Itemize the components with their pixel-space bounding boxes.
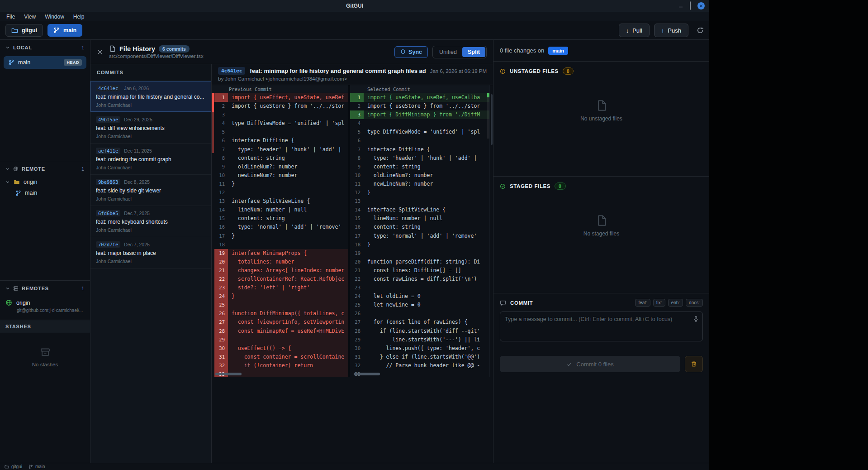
chevron-down-icon bbox=[5, 286, 10, 291]
scrollbar-thumb[interactable] bbox=[491, 94, 493, 145]
commit-message: feat: major basic in place bbox=[96, 250, 206, 256]
line-number: 3 bbox=[214, 110, 228, 119]
commit-author: John Carmichael bbox=[96, 227, 206, 233]
diff-line: 4 bbox=[350, 119, 489, 128]
diff-line: 24 let oldLine = 0 bbox=[350, 292, 489, 301]
line-code bbox=[228, 370, 348, 377]
diff-line: 16 content: string bbox=[350, 223, 489, 231]
split-diff-view: Previous Commit 1import { useEffect, use… bbox=[212, 85, 493, 377]
line-code: const container = scrollContaine bbox=[228, 353, 348, 361]
line-number: 28 bbox=[214, 327, 228, 336]
check-icon bbox=[566, 361, 572, 367]
head-badge: HEAD bbox=[64, 59, 82, 66]
maximize-button[interactable] bbox=[690, 2, 691, 10]
line-code: line.startsWith('---') || li bbox=[364, 336, 489, 344]
push-button[interactable]: ↑ Push bbox=[654, 24, 688, 37]
pull-button[interactable]: ↓ Pull bbox=[619, 24, 650, 37]
line-number: 15 bbox=[350, 214, 364, 223]
commit-tag[interactable]: feat: bbox=[635, 299, 650, 307]
repo-button[interactable]: gitgui bbox=[5, 24, 43, 37]
line-code: interface SplitViewLine { bbox=[364, 206, 489, 214]
stashes-section-header[interactable]: STASHES bbox=[0, 320, 90, 333]
remote-folder-name: origin bbox=[24, 179, 38, 185]
line-code bbox=[364, 370, 489, 377]
local-count: 1 bbox=[81, 45, 85, 50]
close-icon bbox=[97, 49, 103, 55]
commit-list-item[interactable]: aef411eDec 11, 2025feat: ordering the co… bbox=[90, 144, 211, 175]
refresh-button[interactable] bbox=[697, 27, 704, 34]
status-bar: gitgui main bbox=[0, 463, 709, 470]
commit-tag[interactable]: fix: bbox=[653, 299, 665, 307]
commit-list-item[interactable]: 49bf5aeDec 29, 2025feat: diff view enhan… bbox=[90, 112, 211, 144]
line-number: 29 bbox=[214, 336, 228, 344]
sidebar-branch-main[interactable]: main HEAD bbox=[4, 56, 86, 69]
line-number: 13 bbox=[214, 197, 228, 206]
line-code: side?: 'left' | 'right' bbox=[228, 283, 348, 292]
diff-line: 8 content: string bbox=[214, 154, 348, 163]
view-mode-toggle: Unified Split bbox=[432, 46, 487, 58]
commit-detail-hash: 4c641ec bbox=[218, 67, 245, 75]
close-button[interactable] bbox=[697, 2, 705, 10]
horizontal-scrollbar[interactable] bbox=[354, 373, 380, 375]
menu-file[interactable]: File bbox=[2, 14, 19, 20]
line-code: type DiffViewMode = 'unified' | 'spl bbox=[228, 119, 348, 128]
diff-minimap-left[interactable] bbox=[212, 93, 214, 377]
file-icon bbox=[596, 100, 607, 111]
menu-bar: FileViewWindowHelp bbox=[0, 12, 709, 21]
diff-line: 31 const container = scrollContaine bbox=[214, 353, 348, 361]
diff-line: 26 bbox=[350, 309, 489, 318]
commit-list-item[interactable]: 4c641ecJan 6, 2026feat: minimap for file… bbox=[90, 81, 211, 112]
diff-line: 3import { DiffMinimap } from './DiffM bbox=[350, 110, 489, 119]
remotes-origin-item[interactable]: origin bbox=[0, 296, 90, 307]
horizontal-scrollbar[interactable] bbox=[215, 373, 242, 375]
vertical-scrollbar[interactable] bbox=[489, 85, 493, 377]
discard-button[interactable] bbox=[685, 356, 703, 372]
commits-column: COMMITS 4c641ecJan 6, 2026feat: minimap … bbox=[90, 64, 212, 463]
microphone-button[interactable] bbox=[693, 316, 699, 322]
line-code bbox=[364, 136, 489, 145]
commit-section-header: COMMIT feat:fix:enh:docs: bbox=[500, 299, 703, 307]
menu-window[interactable]: Window bbox=[40, 14, 69, 20]
local-section-header[interactable]: LOCAL 1 bbox=[0, 40, 90, 55]
line-number: 30 bbox=[350, 344, 364, 353]
menu-help[interactable]: Help bbox=[69, 14, 89, 20]
diff-minimap-right[interactable] bbox=[487, 93, 489, 377]
line-code: content: string bbox=[364, 163, 489, 171]
view-mode-split[interactable]: Split bbox=[462, 47, 485, 57]
file-history-close-button[interactable] bbox=[97, 49, 103, 55]
line-number: 9 bbox=[214, 163, 228, 171]
remote-section-header[interactable]: REMOTE 1 bbox=[0, 161, 90, 177]
line-number: 16 bbox=[214, 223, 228, 231]
remote-folder-origin[interactable]: origin bbox=[0, 177, 90, 187]
diff-line: 31 } else if (line.startsWith('@@') bbox=[350, 353, 489, 361]
commit-button[interactable]: Commit 0 files bbox=[500, 356, 680, 372]
chevron-down-icon bbox=[5, 45, 10, 50]
line-number: 17 bbox=[350, 232, 364, 240]
remote-branch-main[interactable]: main bbox=[0, 187, 90, 198]
commit-list-item[interactable]: 9be9863Dec 8, 2025feat: side by side git… bbox=[90, 175, 211, 206]
chevron-down-icon bbox=[5, 167, 10, 171]
line-number: 20 bbox=[350, 258, 364, 266]
commit-tag[interactable]: enh: bbox=[668, 299, 683, 307]
commit-list-item[interactable]: 6fd6be5Dec 7, 2025feat: more keyboard sh… bbox=[90, 206, 211, 237]
remote-count: 1 bbox=[81, 166, 85, 172]
remotes-label: REMOTES bbox=[22, 286, 49, 291]
branch-button[interactable]: main bbox=[47, 24, 82, 37]
sync-button[interactable]: Sync bbox=[394, 46, 428, 58]
shield-icon bbox=[400, 49, 406, 55]
remotes-section-header[interactable]: REMOTES 1 bbox=[0, 281, 90, 296]
line-code: oldLineNum?: number bbox=[364, 171, 489, 180]
commit-list-item[interactable]: 702d7feDec 7, 2025feat: major basic in p… bbox=[90, 237, 211, 269]
line-number: 9 bbox=[350, 163, 364, 171]
view-mode-unified[interactable]: Unified bbox=[434, 47, 462, 57]
minimize-button[interactable] bbox=[678, 4, 683, 8]
commit-message-input[interactable] bbox=[500, 312, 703, 341]
file-history-header: File History 6 commits src/components/Di… bbox=[90, 40, 493, 64]
file-history-title: File History bbox=[119, 45, 155, 53]
line-number: 4 bbox=[350, 119, 364, 128]
commit-tag[interactable]: docs: bbox=[686, 299, 703, 307]
commit-date: Dec 11, 2025 bbox=[124, 148, 152, 153]
commit-message: feat: minimap for file history and gener… bbox=[96, 94, 206, 100]
commit-list: 4c641ecJan 6, 2026feat: minimap for file… bbox=[90, 81, 211, 269]
menu-view[interactable]: View bbox=[19, 14, 40, 20]
